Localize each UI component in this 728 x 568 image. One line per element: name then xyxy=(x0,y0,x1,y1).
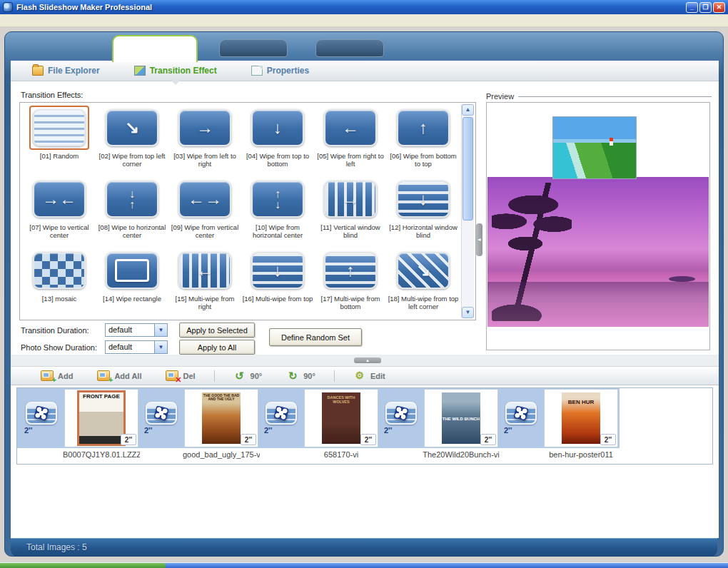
effect-item[interactable]: ↑ [06] Wipe from bottom to top xyxy=(387,106,460,177)
photo-action-icon: ✕ xyxy=(166,370,178,381)
menu-item[interactable] xyxy=(51,20,61,21)
photo-filename: B0007QJ1Y8.01.LZZZZZZZ xyxy=(63,448,140,462)
horizontal-splitter-handle[interactable]: ▲ xyxy=(354,357,381,363)
subtab-icon xyxy=(32,66,44,76)
app-panel: File Explorer Transition Effect Properti… xyxy=(4,31,724,557)
scroll-up-icon[interactable]: ▲ xyxy=(462,104,474,116)
effect-item[interactable]: [14] Wipe rectangle xyxy=(96,248,168,320)
menu-item[interactable] xyxy=(41,20,51,21)
poster-title: DANCES WITH WOLVES xyxy=(322,396,360,405)
filmstrip-item[interactable]: 2'' BEN HUR 2'' ben-hur-poster011 xyxy=(500,388,620,462)
filmstrip-item[interactable]: 2'' DANCES WITH WOLVES 2'' 658170-vi xyxy=(260,388,380,462)
effect-item[interactable]: ← [15] Multi-wipe from right xyxy=(168,248,241,320)
scroll-down-icon[interactable]: ▼ xyxy=(462,307,474,318)
photo-show-duration-select[interactable]: default ▼ xyxy=(105,340,168,354)
effect-tile-icon xyxy=(33,252,86,289)
restore-button[interactable]: ❐ xyxy=(699,2,712,13)
effect-tile-frame xyxy=(29,248,89,293)
tab-band xyxy=(5,32,723,61)
menu-item[interactable] xyxy=(11,20,21,21)
sub-tab[interactable]: Properties xyxy=(251,66,309,76)
preview-divider xyxy=(518,96,712,97)
vertical-splitter-handle[interactable]: ◄ xyxy=(476,223,482,256)
effect-item[interactable]: ↓ ↑ [08] Wipe to horizontal center xyxy=(96,177,168,248)
transition-duration-select[interactable]: default ▼ xyxy=(105,323,168,337)
rotate-button[interactable]: ↺ 90° xyxy=(233,370,263,381)
effect-item[interactable]: ← [05] Wipe from right to left xyxy=(314,106,387,177)
photo-thumbnail-cell[interactable]: DANCES WITH WOLVES 2'' xyxy=(304,389,378,447)
toolbar-button-label: Del xyxy=(183,372,195,380)
menu-item[interactable] xyxy=(61,20,71,21)
menu-item[interactable] xyxy=(21,20,31,21)
effect-item[interactable]: ↘ [18] Multi-wipe from top left corner xyxy=(387,248,460,320)
transition-chip[interactable] xyxy=(26,402,57,425)
photo-thumbnail-cell[interactable]: THE GOOD THE BAD AND THE UGLY 2'' xyxy=(184,389,258,447)
photo-thumbnail-cell[interactable]: FRONT PAGE 2'' xyxy=(64,389,138,447)
main-tab[interactable] xyxy=(112,35,198,62)
sub-tab[interactable]: Transition Effect xyxy=(134,66,217,76)
apply-to-selected-button[interactable]: Apply to Selected xyxy=(179,323,255,338)
chevron-down-icon[interactable]: ▼ xyxy=(154,324,167,336)
filmstrip: 2'' FRONT PAGE 2'' B0007QJ1Y8.01.LZZZZZZ… xyxy=(16,387,713,465)
effect-item[interactable]: [13] mosaic xyxy=(23,248,96,320)
menu-item[interactable] xyxy=(1,20,11,21)
effects-scrollbar[interactable]: ▲ ▼ xyxy=(461,104,474,318)
apply-to-all-button[interactable]: Apply to All xyxy=(179,340,255,355)
total-images-text: Total Images : 5 xyxy=(26,542,87,552)
effect-glyph: ↑ xyxy=(346,262,355,279)
subtab-label: Properties xyxy=(267,66,309,76)
filmstrip-item[interactable]: 2'' FRONT PAGE 2'' B0007QJ1Y8.01.LZZZZZZ… xyxy=(20,388,140,462)
effect-item[interactable]: ←→ [09] Wipe from vertical center xyxy=(168,177,241,248)
close-button[interactable]: ✕ xyxy=(713,2,725,13)
effect-item[interactable]: [01] Random xyxy=(23,106,96,177)
transition-chip[interactable] xyxy=(505,402,537,425)
main-tab[interactable] xyxy=(219,39,288,57)
toolbar-button[interactable]: + Add xyxy=(41,370,73,381)
scrollbar-thumb[interactable] xyxy=(462,117,473,220)
minimize-button[interactable]: _ xyxy=(686,2,698,13)
transition-chip[interactable] xyxy=(385,402,417,425)
thumbnail-frame: BEN HUR xyxy=(560,390,602,446)
effect-item[interactable]: ↓ [04] Wipe from top to bottom xyxy=(241,106,314,177)
effect-glyph: ↘ xyxy=(125,119,139,136)
effect-item[interactable]: ↑ [17] Multi-wipe from bottom xyxy=(314,248,387,320)
rotate-button[interactable]: ↻ 90° xyxy=(286,370,315,381)
transition-dice-icon xyxy=(34,405,49,421)
title-bar: Flash Slideshow Maker Professional _ ❐ ✕ xyxy=(0,0,728,14)
effects-heading: Transition Effects: xyxy=(21,91,83,99)
effect-item[interactable]: ↑ ↓ [10] Wipe from horizontal center xyxy=(241,177,314,248)
effect-item[interactable]: → [03] Wipe from left to right xyxy=(168,106,241,177)
main-tab[interactable] xyxy=(315,39,384,57)
transition-duration-badge: 2'' xyxy=(504,426,512,435)
poster-title: THE GOOD THE BAD AND THE UGLY xyxy=(202,394,241,402)
transition-chip[interactable] xyxy=(146,402,177,425)
toolbar-button[interactable]: ✕ Del xyxy=(166,370,195,381)
poster-title: BEN HUR xyxy=(568,400,594,405)
effect-label: [06] Wipe from bottom to top xyxy=(388,152,459,168)
photo-thumbnail-cell[interactable]: BEN HUR 2'' xyxy=(544,389,618,447)
menu-item[interactable] xyxy=(31,20,41,21)
effect-item[interactable]: ↓ [16] Multi-wipe from top xyxy=(241,248,314,320)
menu-bar xyxy=(0,14,728,27)
effect-item[interactable]: ↓ [12] Horizontal window blind xyxy=(387,177,460,248)
effect-item[interactable]: →← [07] Wipe to vertical center xyxy=(23,177,96,248)
chevron-down-icon[interactable]: ▼ xyxy=(154,341,167,353)
app-icon xyxy=(3,2,13,12)
effect-label: [12] Horizontal window blind xyxy=(388,223,459,240)
filmstrip-item[interactable]: 2'' THE WILD BUNCH 2'' The20Wild20Bunch-… xyxy=(380,388,500,462)
photo-thumbnail-cell[interactable]: THE WILD BUNCH 2'' xyxy=(424,389,498,447)
sub-tab[interactable]: File Explorer xyxy=(32,66,100,76)
transition-chip[interactable] xyxy=(266,402,297,425)
effect-glyph: → xyxy=(342,191,359,208)
effect-item[interactable]: ↘ [02] Wipe from top left corner xyxy=(96,106,168,177)
preview-panel xyxy=(486,102,710,350)
define-random-set-button[interactable]: Define Random Set xyxy=(269,328,362,346)
edit-button[interactable]: ⚙ Edit xyxy=(353,370,385,381)
effect-label: [09] Wipe from vertical center xyxy=(169,223,241,240)
rotate-icon: ↻ xyxy=(286,370,299,381)
effect-item[interactable]: → [11] Vertical window blind xyxy=(314,177,387,248)
effect-glyph: ←→ xyxy=(188,191,222,208)
toolbar-button[interactable]: + Add All xyxy=(97,370,141,381)
effect-tile-icon xyxy=(106,252,158,289)
filmstrip-item[interactable]: 2'' THE GOOD THE BAD AND THE UGLY 2'' go… xyxy=(140,388,260,462)
